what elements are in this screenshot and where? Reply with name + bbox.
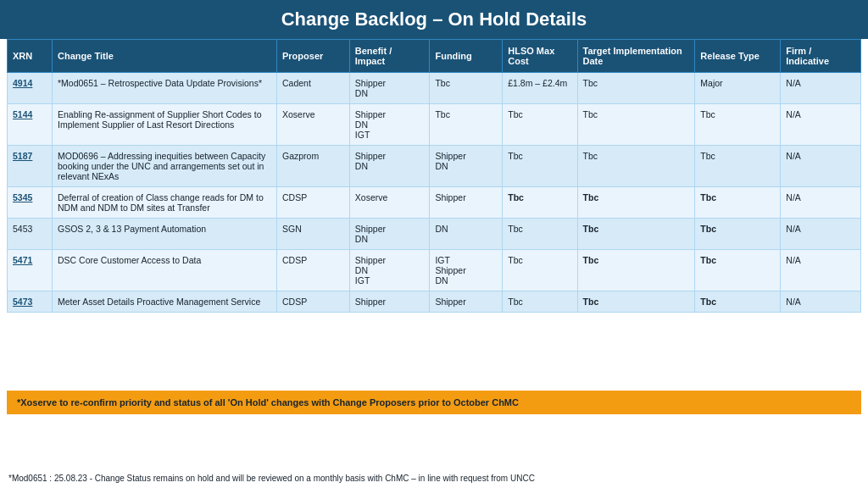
cell-release: Tbc xyxy=(695,187,781,219)
header-hlso: HLSO Max Cost xyxy=(503,40,577,73)
cell-title: GSOS 2, 3 & 13 Payment Automation xyxy=(53,219,277,250)
header-xrn: XRN xyxy=(8,40,53,73)
cell-benefit: Shipper xyxy=(349,291,430,313)
cell-firm: N/A xyxy=(781,73,861,104)
cell-release: Tbc xyxy=(695,250,781,291)
header-benefit: Benefit / Impact xyxy=(349,40,430,73)
main-table: XRN Change Title Proposer Benefit / Impa… xyxy=(7,39,861,313)
cell-funding: DN xyxy=(430,219,503,250)
cell-proposer: Xoserve xyxy=(277,104,350,146)
cell-hlso: Tbc xyxy=(503,146,577,187)
cell-proposer: CDSP xyxy=(277,187,350,219)
cell-title: Enabling Re-assignment of Supplier Short… xyxy=(53,104,277,146)
cell-title: MOD0696 – Addressing inequities between … xyxy=(53,146,277,187)
cell-title: DSC Core Customer Access to Data xyxy=(53,250,277,291)
cell-hlso: Tbc xyxy=(503,250,577,291)
cell-xrn[interactable]: 5345 xyxy=(8,187,53,219)
cell-funding: Tbc xyxy=(430,73,503,104)
cell-target: Tbc xyxy=(577,187,695,219)
cell-benefit: ShipperDN xyxy=(349,219,430,250)
cell-release: Tbc xyxy=(695,146,781,187)
table-row: 5345Deferral of creation of Class change… xyxy=(8,187,861,219)
page-wrapper: Change Backlog – On Hold Details XRN Cha… xyxy=(0,0,868,488)
cell-proposer: Cadent xyxy=(277,73,350,104)
cell-xrn: 5453 xyxy=(8,219,53,250)
cell-xrn[interactable]: 5473 xyxy=(8,291,53,313)
cell-benefit: ShipperDN xyxy=(349,146,430,187)
xrn-link[interactable]: 5345 xyxy=(13,192,32,202)
cell-release: Tbc xyxy=(695,219,781,250)
cell-benefit: Xoserve xyxy=(349,187,430,219)
cell-xrn[interactable]: 5187 xyxy=(8,146,53,187)
cell-release: Tbc xyxy=(695,104,781,146)
table-row: 5187MOD0696 – Addressing inequities betw… xyxy=(8,146,861,187)
cell-firm: N/A xyxy=(781,219,861,250)
cell-xrn[interactable]: 5471 xyxy=(8,250,53,291)
cell-target: Tbc xyxy=(577,250,695,291)
xrn-link[interactable]: 5471 xyxy=(13,255,32,265)
table-row: 5453GSOS 2, 3 & 13 Payment AutomationSGN… xyxy=(8,219,861,250)
cell-firm: N/A xyxy=(781,187,861,219)
cell-hlso: Tbc xyxy=(503,219,577,250)
header-change-title: Change Title xyxy=(53,40,277,73)
table-row: 5473Meter Asset Details Proactive Manage… xyxy=(8,291,861,313)
page-title: Change Backlog – On Hold Details xyxy=(0,0,868,39)
cell-target: Tbc xyxy=(577,104,695,146)
cell-hlso: Tbc xyxy=(503,187,577,219)
table-header-row: XRN Change Title Proposer Benefit / Impa… xyxy=(8,40,861,73)
cell-funding: ShipperDN xyxy=(430,146,503,187)
cell-target: Tbc xyxy=(577,73,695,104)
cell-benefit: ShipperDNIGT xyxy=(349,104,430,146)
cell-proposer: CDSP xyxy=(277,250,350,291)
cell-target: Tbc xyxy=(577,219,695,250)
cell-benefit: ShipperDN xyxy=(349,73,430,104)
header-target: Target Implementation Date xyxy=(577,40,695,73)
xrn-link[interactable]: 5473 xyxy=(13,297,32,307)
cell-funding: IGTShipperDN xyxy=(430,250,503,291)
cell-xrn[interactable]: 5144 xyxy=(8,104,53,146)
header-release: Release Type xyxy=(695,40,781,73)
cell-firm: N/A xyxy=(781,250,861,291)
cell-proposer: Gazprom xyxy=(277,146,350,187)
xrn-link[interactable]: 4914 xyxy=(13,78,32,88)
notice-bar: *Xoserve to re-confirm priority and stat… xyxy=(7,391,861,414)
cell-hlso: £1.8m – £2.4m xyxy=(503,73,577,104)
table-row: 4914*Mod0651 – Retrospective Data Update… xyxy=(8,73,861,104)
cell-title: Meter Asset Details Proactive Management… xyxy=(53,291,277,313)
footnote: *Mod0651 : 25.08.23 - Change Status rema… xyxy=(0,469,868,488)
header-proposer: Proposer xyxy=(277,40,350,73)
cell-xrn[interactable]: 4914 xyxy=(8,73,53,104)
xrn-link[interactable]: 5144 xyxy=(13,109,32,119)
cell-firm: N/A xyxy=(781,104,861,146)
cell-hlso: Tbc xyxy=(503,104,577,146)
cell-title: *Mod0651 – Retrospective Data Update Pro… xyxy=(53,73,277,104)
cell-release: Tbc xyxy=(695,291,781,313)
header-firm: Firm / Indicative xyxy=(781,40,861,73)
cell-funding: Shipper xyxy=(430,187,503,219)
cell-funding: Shipper xyxy=(430,291,503,313)
cell-title: Deferral of creation of Class change rea… xyxy=(53,187,277,219)
table-body: 4914*Mod0651 – Retrospective Data Update… xyxy=(8,73,861,313)
table-row: 5144Enabling Re-assignment of Supplier S… xyxy=(8,104,861,146)
cell-benefit: ShipperDNIGT xyxy=(349,250,430,291)
table-row: 5471DSC Core Customer Access to DataCDSP… xyxy=(8,250,861,291)
cell-release: Major xyxy=(695,73,781,104)
cell-hlso: Tbc xyxy=(503,291,577,313)
header-funding: Funding xyxy=(430,40,503,73)
cell-proposer: SGN xyxy=(277,219,350,250)
xrn-link[interactable]: 5187 xyxy=(13,151,32,161)
cell-proposer: CDSP xyxy=(277,291,350,313)
cell-target: Tbc xyxy=(577,291,695,313)
table-container: XRN Change Title Proposer Benefit / Impa… xyxy=(0,39,868,387)
cell-firm: N/A xyxy=(781,291,861,313)
cell-target: Tbc xyxy=(577,146,695,187)
cell-firm: N/A xyxy=(781,146,861,187)
cell-funding: Tbc xyxy=(430,104,503,146)
